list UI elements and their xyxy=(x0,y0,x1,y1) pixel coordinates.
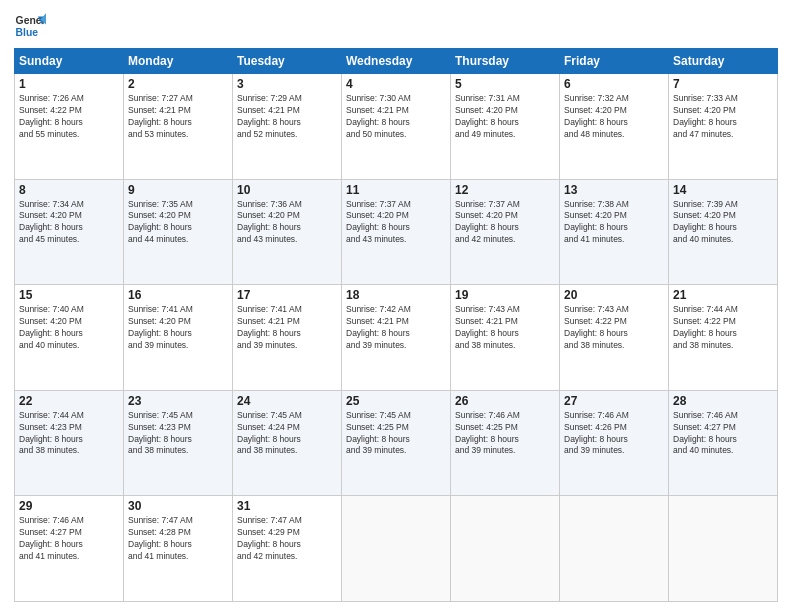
day-number: 5 xyxy=(455,77,555,91)
weekday-header-monday: Monday xyxy=(124,49,233,74)
day-number: 17 xyxy=(237,288,337,302)
calendar-cell: 8 Sunrise: 7:34 AM Sunset: 4:20 PM Dayli… xyxy=(15,179,124,285)
logo-icon: General Blue xyxy=(14,10,46,42)
day-number: 8 xyxy=(19,183,119,197)
day-number: 24 xyxy=(237,394,337,408)
day-info: Sunrise: 7:43 AM Sunset: 4:22 PM Dayligh… xyxy=(564,304,664,352)
calendar-cell: 4 Sunrise: 7:30 AM Sunset: 4:21 PM Dayli… xyxy=(342,74,451,180)
day-number: 12 xyxy=(455,183,555,197)
calendar-week-2: 8 Sunrise: 7:34 AM Sunset: 4:20 PM Dayli… xyxy=(15,179,778,285)
day-number: 1 xyxy=(19,77,119,91)
calendar-cell: 14 Sunrise: 7:39 AM Sunset: 4:20 PM Dayl… xyxy=(669,179,778,285)
day-info: Sunrise: 7:37 AM Sunset: 4:20 PM Dayligh… xyxy=(346,199,446,247)
calendar-cell: 23 Sunrise: 7:45 AM Sunset: 4:23 PM Dayl… xyxy=(124,390,233,496)
calendar-cell: 21 Sunrise: 7:44 AM Sunset: 4:22 PM Dayl… xyxy=(669,285,778,391)
day-info: Sunrise: 7:44 AM Sunset: 4:23 PM Dayligh… xyxy=(19,410,119,458)
weekday-header-saturday: Saturday xyxy=(669,49,778,74)
day-info: Sunrise: 7:30 AM Sunset: 4:21 PM Dayligh… xyxy=(346,93,446,141)
day-info: Sunrise: 7:35 AM Sunset: 4:20 PM Dayligh… xyxy=(128,199,228,247)
weekday-header-wednesday: Wednesday xyxy=(342,49,451,74)
day-info: Sunrise: 7:32 AM Sunset: 4:20 PM Dayligh… xyxy=(564,93,664,141)
calendar-cell: 6 Sunrise: 7:32 AM Sunset: 4:20 PM Dayli… xyxy=(560,74,669,180)
calendar-cell: 11 Sunrise: 7:37 AM Sunset: 4:20 PM Dayl… xyxy=(342,179,451,285)
calendar-week-3: 15 Sunrise: 7:40 AM Sunset: 4:20 PM Dayl… xyxy=(15,285,778,391)
day-info: Sunrise: 7:31 AM Sunset: 4:20 PM Dayligh… xyxy=(455,93,555,141)
calendar-cell xyxy=(342,496,451,602)
day-info: Sunrise: 7:46 AM Sunset: 4:25 PM Dayligh… xyxy=(455,410,555,458)
page: General Blue SundayMondayTuesdayWednesda… xyxy=(0,0,792,612)
day-number: 15 xyxy=(19,288,119,302)
calendar-cell xyxy=(560,496,669,602)
day-info: Sunrise: 7:39 AM Sunset: 4:20 PM Dayligh… xyxy=(673,199,773,247)
day-info: Sunrise: 7:40 AM Sunset: 4:20 PM Dayligh… xyxy=(19,304,119,352)
calendar-cell: 2 Sunrise: 7:27 AM Sunset: 4:21 PM Dayli… xyxy=(124,74,233,180)
day-number: 7 xyxy=(673,77,773,91)
day-number: 9 xyxy=(128,183,228,197)
day-number: 26 xyxy=(455,394,555,408)
day-number: 3 xyxy=(237,77,337,91)
logo: General Blue xyxy=(14,10,46,42)
calendar-cell: 30 Sunrise: 7:47 AM Sunset: 4:28 PM Dayl… xyxy=(124,496,233,602)
day-info: Sunrise: 7:27 AM Sunset: 4:21 PM Dayligh… xyxy=(128,93,228,141)
day-info: Sunrise: 7:45 AM Sunset: 4:25 PM Dayligh… xyxy=(346,410,446,458)
calendar-cell: 28 Sunrise: 7:46 AM Sunset: 4:27 PM Dayl… xyxy=(669,390,778,496)
calendar-cell: 15 Sunrise: 7:40 AM Sunset: 4:20 PM Dayl… xyxy=(15,285,124,391)
day-info: Sunrise: 7:33 AM Sunset: 4:20 PM Dayligh… xyxy=(673,93,773,141)
day-info: Sunrise: 7:38 AM Sunset: 4:20 PM Dayligh… xyxy=(564,199,664,247)
weekday-header-sunday: Sunday xyxy=(15,49,124,74)
day-number: 28 xyxy=(673,394,773,408)
day-info: Sunrise: 7:46 AM Sunset: 4:27 PM Dayligh… xyxy=(673,410,773,458)
calendar-cell: 25 Sunrise: 7:45 AM Sunset: 4:25 PM Dayl… xyxy=(342,390,451,496)
day-number: 29 xyxy=(19,499,119,513)
day-number: 4 xyxy=(346,77,446,91)
header: General Blue xyxy=(14,10,778,42)
day-number: 2 xyxy=(128,77,228,91)
day-info: Sunrise: 7:47 AM Sunset: 4:28 PM Dayligh… xyxy=(128,515,228,563)
day-number: 18 xyxy=(346,288,446,302)
day-number: 25 xyxy=(346,394,446,408)
calendar-cell: 9 Sunrise: 7:35 AM Sunset: 4:20 PM Dayli… xyxy=(124,179,233,285)
day-info: Sunrise: 7:34 AM Sunset: 4:20 PM Dayligh… xyxy=(19,199,119,247)
calendar-cell: 13 Sunrise: 7:38 AM Sunset: 4:20 PM Dayl… xyxy=(560,179,669,285)
day-number: 27 xyxy=(564,394,664,408)
calendar-cell: 29 Sunrise: 7:46 AM Sunset: 4:27 PM Dayl… xyxy=(15,496,124,602)
calendar-cell: 17 Sunrise: 7:41 AM Sunset: 4:21 PM Dayl… xyxy=(233,285,342,391)
calendar-cell: 26 Sunrise: 7:46 AM Sunset: 4:25 PM Dayl… xyxy=(451,390,560,496)
day-info: Sunrise: 7:45 AM Sunset: 4:23 PM Dayligh… xyxy=(128,410,228,458)
calendar-cell: 24 Sunrise: 7:45 AM Sunset: 4:24 PM Dayl… xyxy=(233,390,342,496)
day-number: 6 xyxy=(564,77,664,91)
day-number: 30 xyxy=(128,499,228,513)
calendar-cell: 20 Sunrise: 7:43 AM Sunset: 4:22 PM Dayl… xyxy=(560,285,669,391)
calendar-week-5: 29 Sunrise: 7:46 AM Sunset: 4:27 PM Dayl… xyxy=(15,496,778,602)
calendar-week-4: 22 Sunrise: 7:44 AM Sunset: 4:23 PM Dayl… xyxy=(15,390,778,496)
weekday-header-tuesday: Tuesday xyxy=(233,49,342,74)
day-info: Sunrise: 7:41 AM Sunset: 4:21 PM Dayligh… xyxy=(237,304,337,352)
day-info: Sunrise: 7:46 AM Sunset: 4:26 PM Dayligh… xyxy=(564,410,664,458)
calendar-cell: 16 Sunrise: 7:41 AM Sunset: 4:20 PM Dayl… xyxy=(124,285,233,391)
calendar-cell: 27 Sunrise: 7:46 AM Sunset: 4:26 PM Dayl… xyxy=(560,390,669,496)
calendar-cell: 5 Sunrise: 7:31 AM Sunset: 4:20 PM Dayli… xyxy=(451,74,560,180)
day-info: Sunrise: 7:43 AM Sunset: 4:21 PM Dayligh… xyxy=(455,304,555,352)
calendar-cell: 7 Sunrise: 7:33 AM Sunset: 4:20 PM Dayli… xyxy=(669,74,778,180)
calendar-cell: 1 Sunrise: 7:26 AM Sunset: 4:22 PM Dayli… xyxy=(15,74,124,180)
day-number: 14 xyxy=(673,183,773,197)
calendar-cell: 22 Sunrise: 7:44 AM Sunset: 4:23 PM Dayl… xyxy=(15,390,124,496)
day-number: 22 xyxy=(19,394,119,408)
calendar-cell xyxy=(451,496,560,602)
weekday-header-row: SundayMondayTuesdayWednesdayThursdayFrid… xyxy=(15,49,778,74)
calendar-cell: 10 Sunrise: 7:36 AM Sunset: 4:20 PM Dayl… xyxy=(233,179,342,285)
day-number: 31 xyxy=(237,499,337,513)
day-info: Sunrise: 7:44 AM Sunset: 4:22 PM Dayligh… xyxy=(673,304,773,352)
calendar-cell: 12 Sunrise: 7:37 AM Sunset: 4:20 PM Dayl… xyxy=(451,179,560,285)
day-number: 13 xyxy=(564,183,664,197)
day-number: 16 xyxy=(128,288,228,302)
day-number: 19 xyxy=(455,288,555,302)
day-info: Sunrise: 7:42 AM Sunset: 4:21 PM Dayligh… xyxy=(346,304,446,352)
day-info: Sunrise: 7:26 AM Sunset: 4:22 PM Dayligh… xyxy=(19,93,119,141)
calendar-cell: 19 Sunrise: 7:43 AM Sunset: 4:21 PM Dayl… xyxy=(451,285,560,391)
day-info: Sunrise: 7:45 AM Sunset: 4:24 PM Dayligh… xyxy=(237,410,337,458)
svg-text:Blue: Blue xyxy=(16,27,39,38)
day-number: 23 xyxy=(128,394,228,408)
calendar-cell xyxy=(669,496,778,602)
day-number: 10 xyxy=(237,183,337,197)
